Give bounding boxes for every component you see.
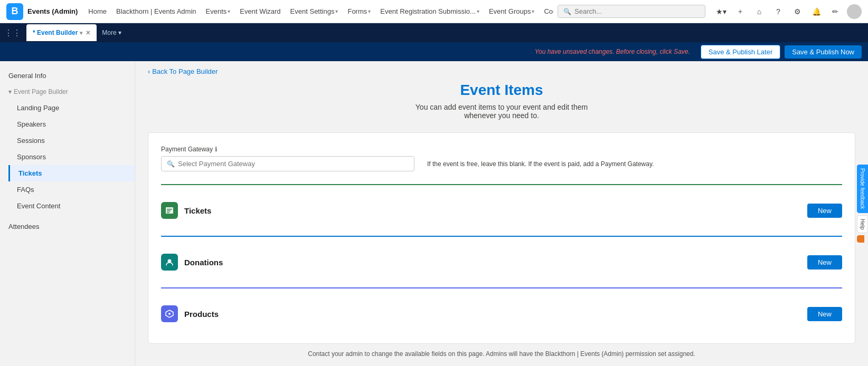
sidebar-item-sponsors[interactable]: Sponsors xyxy=(8,149,135,165)
payment-gateway-section: Payment Gateway ℹ 🔍 If the event is free… xyxy=(161,146,842,171)
avatar[interactable] xyxy=(847,4,862,19)
payment-gateway-input-wrapper[interactable]: 🔍 xyxy=(161,156,414,171)
tab-dropdown-arrow[interactable]: ▾ xyxy=(80,30,82,36)
svg-rect-1 xyxy=(167,209,172,210)
unsaved-bar: You have unsaved changes. Before closing… xyxy=(0,42,868,61)
chevron-left-icon: ‹ xyxy=(148,68,150,75)
tickets-label: Tickets xyxy=(184,206,801,215)
payment-gateway-label: Payment Gateway ℹ xyxy=(161,146,414,153)
edit-icon[interactable]: ✏ xyxy=(828,4,843,19)
svg-point-6 xyxy=(168,313,171,315)
nav-events-admin[interactable]: Blackthorn | Events Admin xyxy=(112,5,201,17)
sidebar-item-faqs[interactable]: FAQs xyxy=(8,181,135,198)
save-publish-later-button[interactable]: Save & Publish Later xyxy=(701,45,780,59)
donations-icon xyxy=(161,254,178,271)
page-title: Event Items xyxy=(148,82,855,99)
tickets-icon xyxy=(161,202,178,219)
tickets-new-button[interactable]: New xyxy=(807,204,842,218)
sidebar-group-event-page-builder[interactable]: ▾ Event Page Builder xyxy=(0,84,135,100)
products-row: Products New xyxy=(161,297,842,331)
nav-items: Home Blackthorn | Events Admin Events ▾ … xyxy=(84,5,553,17)
sidebar-item-event-content[interactable]: Event Content xyxy=(8,198,135,214)
search-input[interactable] xyxy=(574,7,700,15)
sidebar-item-speakers[interactable]: Speakers xyxy=(8,116,135,132)
page-subtitle: You can add event items to your event an… xyxy=(148,103,855,120)
app-title: Events (Admin) xyxy=(27,7,78,15)
event-items-container: Event Items You can add event items to y… xyxy=(135,82,868,366)
products-divider xyxy=(161,287,842,288)
feedback-tab[interactable]: Provide feedback xyxy=(857,165,868,213)
sidebar-item-sessions[interactable]: Sessions xyxy=(8,132,135,149)
svg-rect-3 xyxy=(167,212,169,213)
save-publish-now-button[interactable]: Save & Publish Now xyxy=(785,45,862,59)
tab-event-builder[interactable]: * Event Builder ▾ ✕ xyxy=(26,24,97,41)
unsaved-message: You have unsaved changes. Before closing… xyxy=(6,48,690,55)
products-icon xyxy=(161,305,178,322)
nav-codes[interactable]: Codes ▾ xyxy=(540,5,553,17)
side-tabs: Provide feedback Help xyxy=(857,165,868,243)
svg-rect-2 xyxy=(167,210,171,211)
notification-tab[interactable] xyxy=(857,235,864,243)
info-icon: ℹ xyxy=(215,146,218,153)
tickets-row: Tickets New xyxy=(161,194,842,227)
nav-forms[interactable]: Forms ▾ xyxy=(343,5,375,17)
app-logo: B xyxy=(6,3,23,20)
nav-event-wizard[interactable]: Event Wizard xyxy=(235,5,285,17)
search-bar[interactable]: 🔍 xyxy=(558,5,705,18)
main-content: ‹ Back To Page Builder Event Items You c… xyxy=(135,61,868,366)
donations-label: Donations xyxy=(184,258,801,267)
products-label: Products xyxy=(184,310,801,319)
bell-icon[interactable]: 🔔 xyxy=(809,4,824,19)
payment-gateway-help: If the event is free, leave this blank. … xyxy=(427,146,842,168)
main-layout: General Info ▾ Event Page Builder Landin… xyxy=(0,61,868,366)
footer-note: Contact your admin to change the availab… xyxy=(148,344,855,364)
donations-new-button[interactable]: New xyxy=(807,255,842,269)
favorites-icon[interactable]: ★▾ xyxy=(714,4,729,19)
help-tab[interactable]: Help xyxy=(857,215,868,234)
grid-icon: ⋮⋮ xyxy=(4,28,21,38)
search-icon: 🔍 xyxy=(563,8,571,15)
top-icons: ★▾ ＋ ⌂ ? ⚙ 🔔 ✏ xyxy=(714,4,862,19)
nav-registrations[interactable]: Event Registration Submissio... ▾ xyxy=(376,5,484,17)
donations-row: Donations New xyxy=(161,245,842,279)
chevron-down-icon: ▾ xyxy=(8,88,12,95)
nav-item-event-builder: ⋮⋮ xyxy=(2,24,25,41)
donations-divider xyxy=(161,236,842,237)
sidebar: General Info ▾ Event Page Builder Landin… xyxy=(0,61,135,366)
tab-event-builder-label: * Event Builder xyxy=(33,29,78,36)
nav-event-settings[interactable]: Event Settings ▾ xyxy=(286,5,343,17)
payment-gateway-input[interactable] xyxy=(178,160,409,168)
top-nav: B Events (Admin) Home Blackthorn | Event… xyxy=(0,0,868,23)
sidebar-item-landing-page[interactable]: Landing Page xyxy=(8,100,135,116)
nav-home[interactable]: Home xyxy=(84,5,111,17)
tickets-divider xyxy=(161,184,842,185)
tab-more[interactable]: More ▾ xyxy=(98,29,126,36)
settings-icon[interactable]: ⚙ xyxy=(790,4,805,19)
home-icon[interactable]: ⌂ xyxy=(752,4,767,19)
back-to-page-builder-link[interactable]: ‹ Back To Page Builder xyxy=(135,61,868,82)
sidebar-item-tickets[interactable]: Tickets xyxy=(8,165,135,181)
event-items-card: Payment Gateway ℹ 🔍 If the event is free… xyxy=(148,132,855,344)
search-icon: 🔍 xyxy=(167,160,175,168)
nav-event-groups[interactable]: Event Groups ▾ xyxy=(485,5,539,17)
sidebar-item-general-info[interactable]: General Info xyxy=(0,68,135,84)
products-new-button[interactable]: New xyxy=(807,307,842,321)
sidebar-item-attendees[interactable]: Attendees xyxy=(0,218,135,235)
tab-close-icon[interactable]: ✕ xyxy=(86,30,90,36)
payment-left: Payment Gateway ℹ 🔍 xyxy=(161,146,414,171)
add-icon[interactable]: ＋ xyxy=(733,4,748,19)
help-icon[interactable]: ? xyxy=(771,4,786,19)
tab-bar: ⋮⋮ * Event Builder ▾ ✕ More ▾ xyxy=(0,23,868,42)
nav-events[interactable]: Events ▾ xyxy=(202,5,235,17)
